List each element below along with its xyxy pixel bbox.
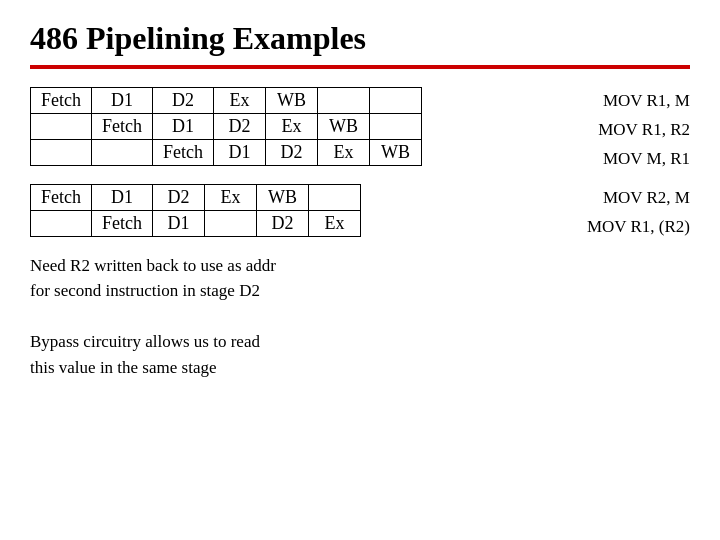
cell-wbb: WB [318, 114, 370, 140]
table-row: Fetch D1 D2 Ex WB [31, 140, 422, 166]
cell-exc: Ex [318, 140, 370, 166]
label-mov-r1r2p: MOV R1, (R2) [587, 213, 690, 242]
table-row: Fetch D1 D2 Ex WB [31, 88, 422, 114]
note1-line1: Need R2 written back to use as addr [30, 253, 690, 279]
cell-fetch3: Fetch [153, 140, 214, 166]
cell-d2c: D2 [266, 140, 318, 166]
cell-d1b: D1 [153, 114, 214, 140]
cell-d2: D2 [153, 88, 214, 114]
cell-ex: Ex [214, 88, 266, 114]
note2-line2: this value in the same stage [30, 355, 690, 381]
cell-d1: D1 [92, 88, 153, 114]
cell-empty5 [31, 140, 92, 166]
section1-table: Fetch D1 D2 Ex WB Fetch D1 D2 Ex WB Fe [30, 87, 578, 172]
label-mov-r1m: MOV R1, M [598, 87, 690, 116]
cell-exb: Ex [266, 114, 318, 140]
section2: Fetch D1 D2 Ex WB Fetch D1 D2 Ex MOV R2,… [30, 184, 690, 243]
notes-section: Need R2 written back to use as addr for … [30, 253, 690, 381]
section2-table: Fetch D1 D2 Ex WB Fetch D1 D2 Ex [30, 184, 567, 243]
cell2-empty2 [31, 210, 92, 236]
cell2-d2b: D2 [257, 210, 309, 236]
section1: Fetch D1 D2 Ex WB Fetch D1 D2 Ex WB Fe [30, 87, 690, 174]
cell-empty3 [31, 114, 92, 140]
cell2-d2: D2 [153, 184, 205, 210]
table-row: Fetch D1 D2 Ex WB [31, 114, 422, 140]
cell2-empty3 [205, 210, 257, 236]
red-divider [30, 65, 690, 69]
cell-d2b: D2 [214, 114, 266, 140]
cell-wb: WB [266, 88, 318, 114]
cell-fetch2: Fetch [92, 114, 153, 140]
cell-empty4 [370, 114, 422, 140]
cell2-fetch2: Fetch [92, 210, 153, 236]
table-row: Fetch D1 D2 Ex [31, 210, 361, 236]
cell2-ex: Ex [205, 184, 257, 210]
note2-line1: Bypass circuitry allows us to read [30, 329, 690, 355]
table-row: Fetch D1 D2 Ex WB [31, 184, 361, 210]
cell-empty6 [92, 140, 153, 166]
label-mov-r1r2: MOV R1, R2 [598, 116, 690, 145]
label-mov-r2m: MOV R2, M [587, 184, 690, 213]
cell-empty2 [370, 88, 422, 114]
cell2-fetch1: Fetch [31, 184, 92, 210]
section2-labels: MOV R2, M MOV R1, (R2) [567, 184, 690, 242]
section1-labels: MOV R1, M MOV R1, R2 MOV M, R1 [578, 87, 690, 174]
label-mov-mr1: MOV M, R1 [598, 145, 690, 174]
cell-fetch1: Fetch [31, 88, 92, 114]
cell2-wb: WB [257, 184, 309, 210]
cell2-d1: D1 [92, 184, 153, 210]
cell2-empty1 [309, 184, 361, 210]
cell-empty1 [318, 88, 370, 114]
cell-wbc: WB [370, 140, 422, 166]
cell-d1c: D1 [214, 140, 266, 166]
cell2-d1b: D1 [153, 210, 205, 236]
cell2-exb: Ex [309, 210, 361, 236]
title: 486 Pipelining Examples [30, 20, 690, 57]
note1-line2: for second instruction in stage D2 [30, 278, 690, 304]
